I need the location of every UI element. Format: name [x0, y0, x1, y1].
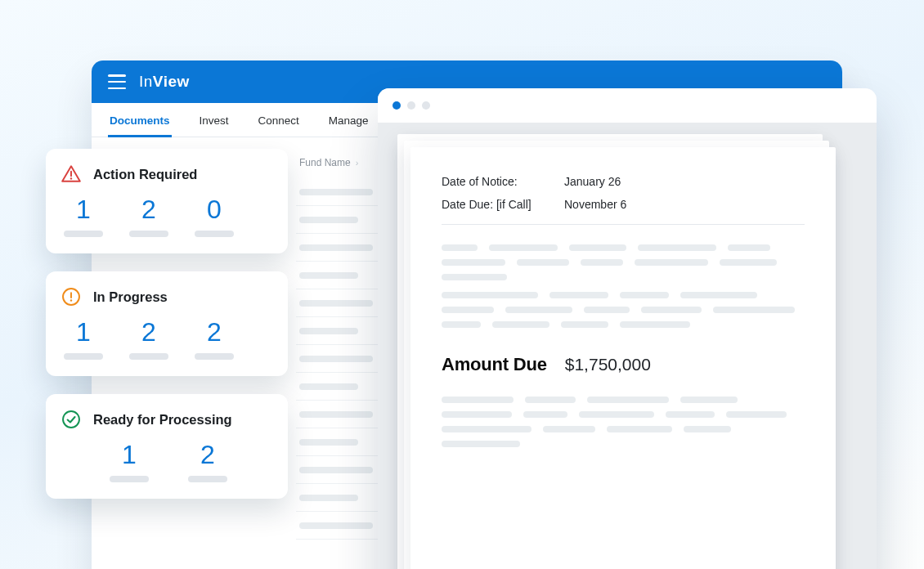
- window-dot-active: [392, 101, 401, 110]
- amount-due-value: $1,750,000: [565, 355, 651, 374]
- tab-documents[interactable]: Documents: [108, 103, 172, 137]
- stat: 0: [195, 196, 234, 237]
- svg-point-1: [70, 177, 72, 179]
- card-title: Ready for Processing: [93, 412, 232, 428]
- chevron-right-icon: ›: [356, 158, 359, 168]
- stat: 1: [64, 196, 103, 237]
- paragraph-placeholder: [442, 397, 805, 447]
- stat: 1: [64, 319, 103, 360]
- check-circle-icon: [61, 409, 82, 430]
- svg-point-5: [63, 411, 79, 428]
- card-in-progress[interactable]: In Progress 1 2 2: [46, 271, 288, 376]
- card-title: In Progress: [93, 289, 168, 305]
- alert-circle-icon: [61, 286, 82, 307]
- card-title: Action Required: [93, 167, 197, 182]
- stat: 2: [188, 441, 227, 482]
- amount-due-row: Amount Due $1,750,000: [442, 354, 805, 375]
- tab-connect[interactable]: Connect: [257, 103, 301, 137]
- card-ready-for-processing[interactable]: Ready for Processing 1 2: [46, 394, 288, 499]
- paragraph-placeholder: [442, 292, 805, 328]
- doc-field-label: Date of Notice:: [442, 175, 541, 188]
- paragraph-placeholder: [442, 244, 805, 280]
- window-dot: [422, 101, 430, 110]
- divider: [442, 224, 805, 225]
- document-titlebar: [378, 88, 877, 123]
- doc-field: Date Due: [if Call] November 6: [442, 198, 805, 211]
- card-action-required[interactable]: Action Required 1 2 0: [46, 149, 288, 253]
- document-window: Date of Notice: January 26 Date Due: [if…: [378, 88, 877, 569]
- brand-suffix: View: [153, 73, 190, 90]
- status-cards: Action Required 1 2 0 In Progress 1 2 2: [46, 149, 288, 499]
- brand-prefix: In: [139, 73, 153, 90]
- doc-field: Date of Notice: January 26: [442, 175, 805, 188]
- doc-field-value: January 26: [564, 175, 621, 188]
- svg-point-4: [70, 299, 72, 301]
- stat: 2: [129, 196, 168, 237]
- app-brand: InView: [139, 73, 190, 91]
- menu-icon[interactable]: [108, 74, 126, 89]
- stat: 2: [129, 319, 168, 360]
- amount-due-label: Amount Due: [442, 354, 547, 375]
- window-dot: [407, 101, 415, 110]
- doc-field-label: Date Due: [if Call]: [442, 198, 541, 211]
- doc-field-value: November 6: [564, 198, 626, 211]
- tab-invest[interactable]: Invest: [198, 103, 231, 137]
- document-page: Date of Notice: January 26 Date Due: [if…: [410, 147, 836, 569]
- stat: 1: [110, 441, 149, 482]
- stat: 2: [195, 319, 234, 360]
- tab-manage[interactable]: Manage: [327, 103, 370, 137]
- warning-triangle-icon: [61, 164, 82, 185]
